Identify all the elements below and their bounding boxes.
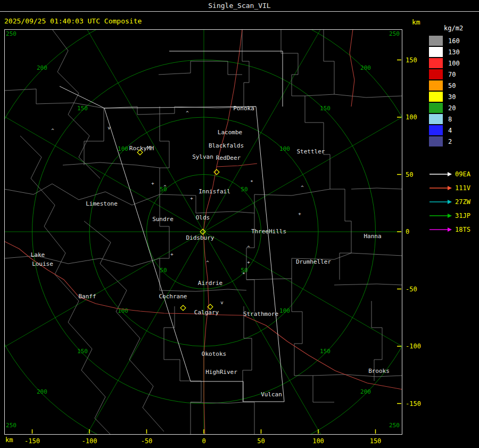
county-boundary — [160, 289, 246, 291]
weather-symbol: + — [298, 211, 301, 216]
ring-distance-label: 200 — [360, 388, 371, 395]
radar-site-marker — [214, 169, 219, 175]
legend-scale-value: 30 — [448, 93, 456, 101]
county-boundary — [246, 253, 402, 280]
legend-scale-value: 100 — [448, 60, 460, 67]
radar-id-label: 09EA — [455, 170, 470, 178]
legend-scale-row: 70 — [429, 69, 479, 80]
radar-sector-outline — [169, 51, 283, 107]
y-axis-tick-label: 50 — [406, 171, 413, 178]
weather-symbol: + — [170, 251, 174, 257]
legend-radar-row: 09EA — [429, 167, 479, 181]
weather-symbol: ^ — [247, 245, 250, 250]
ring-distance-label: 250 — [389, 30, 400, 37]
city-label: Strathmore — [243, 311, 278, 317]
weather-symbol: ^ — [301, 185, 304, 190]
county-boundary — [160, 107, 169, 194]
ring-distance-label: 200 — [360, 64, 371, 71]
county-boundary — [4, 184, 160, 205]
highway — [350, 29, 354, 107]
city-label: Blackfalds — [209, 142, 244, 149]
radar-id-label: 18TS — [455, 226, 470, 233]
county-boundary — [84, 221, 164, 431]
city-label: Banff — [78, 293, 96, 300]
city-label: Lacombe — [218, 129, 242, 136]
legend-scale-value: 2 — [448, 138, 452, 145]
radar-window: Single_Scan_VIL 2025/09/25 01:40:03 UTC … — [0, 0, 479, 448]
title-bar: Single_Scan_VIL — [0, 0, 479, 12]
ring-distance-label: 150 — [77, 105, 88, 112]
county-boundary — [305, 94, 402, 97]
legend-scale-value: 8 — [448, 116, 452, 123]
x-axis-tick-label: 50 — [257, 437, 265, 445]
city-label: Stettler — [297, 148, 325, 155]
legend-scale-row: 130 — [429, 46, 479, 58]
legend-color-swatch — [429, 114, 443, 124]
city-label: Cochrane — [159, 293, 187, 300]
y-axis-tick-label: -100 — [406, 343, 421, 350]
legend-color-swatch — [429, 92, 443, 102]
city-label: RockyMH — [129, 145, 154, 152]
ring-distance-label: 50 — [241, 186, 247, 193]
legend-scale-row: 50 — [429, 80, 479, 91]
legend-scale-row: 30 — [429, 91, 479, 102]
ring-distance-label: 250 — [6, 422, 16, 429]
y-axis-tick-label: 100 — [406, 113, 417, 121]
weather-symbol: + — [190, 196, 193, 201]
legend-radar-row: 18TS — [429, 223, 479, 237]
city-label: Okotoks — [202, 351, 226, 357]
legend-scale-value: 70 — [448, 71, 456, 78]
weather-symbol: * — [250, 180, 253, 185]
county-boundary — [313, 374, 402, 377]
county-boundary — [84, 108, 104, 165]
y-axis-tick-label: -50 — [406, 286, 417, 293]
city-label: Limestone — [86, 200, 118, 207]
county-boundary — [4, 89, 104, 108]
ring-distance-label: 100 — [279, 145, 290, 152]
radar-map-svg[interactable]: 5050505010010010010015015015015020020020… — [4, 29, 402, 435]
ring-distance-label: 250 — [389, 422, 400, 429]
radar-id-label: 31JP — [455, 212, 470, 219]
county-boundary — [164, 306, 201, 435]
city-label: Didsbury — [186, 234, 214, 241]
city-label: Calgary — [194, 309, 219, 316]
legend-radar-row: 111V — [429, 181, 479, 195]
right-axis: 150100500-50-100-150 — [403, 29, 428, 435]
x-axis-tick-label: 150 — [370, 437, 382, 445]
city-label: Lake — [31, 251, 45, 258]
ring-distance-label: 200 — [37, 388, 47, 395]
legend-scale-value: 4 — [448, 127, 452, 134]
legend-color-scale: 16013010070503020842 — [429, 35, 479, 147]
weather-symbol: + — [151, 181, 154, 186]
radar-arrow-icon — [429, 199, 452, 205]
ring-distance-label: 150 — [320, 348, 331, 355]
right-axis-unit: km — [412, 18, 420, 26]
bottom-axis: -150-100-50050100150 — [4, 436, 402, 446]
city-label: Olds — [196, 214, 210, 221]
radar-arrow-icon — [429, 226, 452, 233]
x-axis-tick-label: 100 — [312, 437, 324, 445]
legend-color-swatch — [429, 103, 443, 113]
scan-timestamp: 2025/09/25 01:40:03 UTC Composite — [4, 17, 142, 25]
legend-color-swatch — [429, 36, 443, 46]
x-axis-tick-label: -150 — [24, 437, 40, 445]
county-boundary — [63, 162, 160, 168]
city-label: Hanna — [364, 233, 381, 240]
legend-color-swatch — [429, 80, 443, 91]
legend-panel: kg/m2 16013010070503020842 09EA111V27ZW3… — [429, 25, 479, 237]
legend-unit-label: kg/m2 — [444, 25, 479, 32]
county-boundary — [20, 136, 111, 435]
county-boundary — [334, 284, 402, 285]
window-title: Single_Scan_VIL — [208, 2, 270, 10]
weather-symbol: * — [242, 272, 245, 277]
ring-distance-label: 150 — [77, 348, 88, 355]
city-label: RedDeer — [216, 154, 241, 161]
radar-id-label: 111V — [455, 184, 470, 192]
legend-radar-list: 09EA111V27ZW31JP18TS — [429, 167, 479, 237]
legend-color-swatch — [429, 47, 443, 57]
city-label: HighRiver — [205, 369, 237, 376]
x-axis-tick-label: 0 — [202, 437, 205, 445]
city-label: ThreeHills — [251, 228, 286, 235]
radar-site-marker — [180, 305, 186, 311]
weather-symbol: ^ — [163, 184, 167, 190]
